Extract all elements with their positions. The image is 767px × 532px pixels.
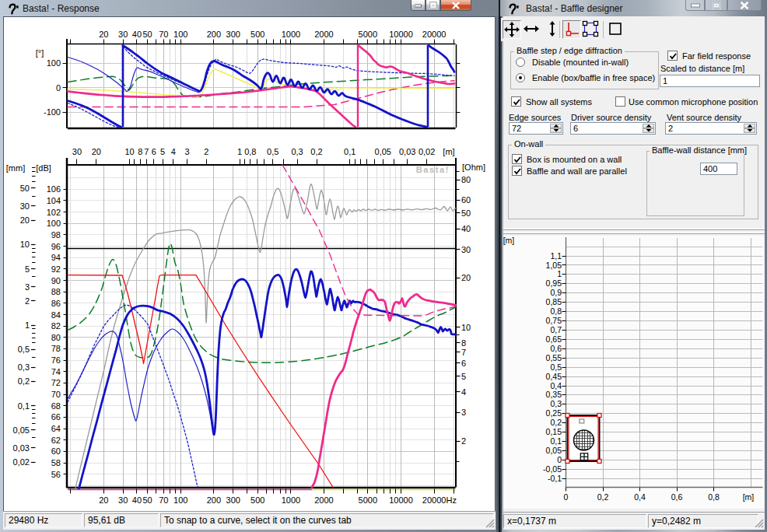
svg-text:98: 98 (51, 230, 61, 240)
svg-text:84: 84 (51, 310, 61, 320)
svg-text:104: 104 (47, 196, 61, 205)
svg-text:10: 10 (124, 147, 134, 156)
svg-text:86: 86 (51, 299, 61, 308)
svg-text:0,02: 0,02 (419, 147, 435, 156)
svg-text:1: 1 (25, 320, 30, 330)
svg-text:2: 2 (204, 147, 208, 156)
svg-text:0,8: 0,8 (244, 147, 256, 156)
svg-text:-0,1: -0,1 (548, 474, 562, 483)
svg-text:100: 100 (173, 30, 187, 39)
svg-text:3: 3 (461, 408, 466, 417)
svg-text:40: 40 (132, 30, 142, 39)
svg-text:4: 4 (171, 147, 176, 156)
svg-text:62: 62 (51, 436, 61, 445)
svg-text:100: 100 (47, 58, 61, 68)
svg-text:0,1: 0,1 (18, 401, 30, 411)
svg-text:2: 2 (461, 436, 466, 446)
svg-text:90: 90 (51, 276, 61, 285)
svg-text:82: 82 (51, 321, 61, 331)
svg-text:0,03: 0,03 (399, 147, 415, 156)
svg-text:0,2: 0,2 (550, 418, 562, 427)
svg-text:0,65: 0,65 (546, 334, 562, 344)
svg-text:0,5: 0,5 (267, 147, 278, 156)
svg-text:50: 50 (142, 495, 152, 505)
svg-text:0,4: 0,4 (550, 381, 562, 390)
svg-text:30: 30 (118, 30, 128, 39)
svg-text:20: 20 (20, 215, 30, 225)
svg-text:72: 72 (51, 378, 61, 387)
svg-text:100: 100 (47, 219, 61, 228)
svg-text:50: 50 (142, 30, 152, 39)
svg-text:0,05: 0,05 (375, 147, 391, 156)
svg-text:100: 100 (173, 495, 187, 505)
svg-text:1: 1 (237, 147, 242, 156)
svg-text:0,6: 0,6 (671, 492, 683, 502)
svg-text:30: 30 (72, 147, 82, 156)
svg-text:5: 5 (25, 264, 30, 274)
svg-text:0,8: 0,8 (708, 492, 720, 502)
svg-text:0,5: 0,5 (18, 345, 30, 354)
svg-text:94: 94 (51, 253, 61, 262)
svg-text:0,03: 0,03 (13, 443, 30, 453)
svg-text:500: 500 (250, 495, 264, 505)
svg-text:200: 200 (207, 30, 221, 39)
svg-text:[m]: [m] (503, 236, 515, 245)
svg-text:5000: 5000 (359, 495, 377, 505)
svg-text:Hz: Hz (447, 495, 457, 505)
svg-text:0,05: 0,05 (13, 425, 30, 435)
svg-text:10: 10 (461, 323, 471, 332)
svg-text:[m]: [m] (443, 147, 454, 156)
svg-text:10000: 10000 (389, 495, 413, 505)
svg-text:0,35: 0,35 (546, 390, 562, 399)
svg-text:10000: 10000 (389, 30, 413, 39)
svg-text:0: 0 (56, 83, 61, 93)
svg-text:40: 40 (461, 224, 471, 233)
svg-text:10: 10 (20, 240, 30, 249)
svg-text:1,1: 1,1 (550, 251, 562, 261)
svg-text:70: 70 (51, 390, 61, 399)
svg-text:80: 80 (461, 175, 471, 184)
svg-text:0,05: 0,05 (546, 446, 562, 455)
svg-text:[m]: [m] (743, 492, 755, 502)
svg-text:Basta!: Basta! (416, 165, 450, 174)
svg-text:40: 40 (132, 495, 142, 505)
svg-text:2000: 2000 (314, 495, 333, 505)
svg-text:8: 8 (461, 338, 466, 348)
svg-text:96: 96 (51, 242, 61, 251)
svg-text:0,1: 0,1 (550, 436, 562, 446)
svg-text:106: 106 (47, 184, 61, 194)
svg-text:2: 2 (25, 296, 30, 306)
svg-text:0,75: 0,75 (546, 316, 562, 325)
svg-text:60: 60 (51, 446, 61, 456)
svg-text:0,4: 0,4 (634, 492, 646, 502)
svg-text:20: 20 (461, 273, 471, 282)
svg-text:-0,05: -0,05 (543, 464, 562, 474)
svg-text:500: 500 (250, 30, 264, 39)
svg-text:1000: 1000 (282, 30, 300, 39)
svg-text:1000: 1000 (282, 495, 300, 505)
svg-text:0,15: 0,15 (546, 427, 562, 436)
svg-text:0,2: 0,2 (18, 376, 30, 386)
svg-text:0,2: 0,2 (597, 492, 609, 502)
svg-text:20000: 20000 (422, 495, 447, 505)
svg-text:0,3: 0,3 (18, 362, 30, 372)
svg-text:1: 1 (557, 269, 562, 278)
svg-text:20: 20 (99, 495, 108, 505)
svg-text:70: 70 (159, 30, 168, 39)
svg-text:5: 5 (160, 147, 165, 156)
svg-text:60: 60 (461, 195, 471, 205)
svg-text:20000: 20000 (422, 30, 447, 39)
svg-text:30: 30 (118, 495, 128, 505)
svg-text:300: 300 (226, 495, 240, 505)
svg-text:[dB]: [dB] (36, 163, 51, 173)
svg-text:200: 200 (207, 495, 221, 505)
svg-text:80: 80 (51, 333, 61, 342)
svg-text:102: 102 (47, 208, 61, 217)
svg-text:0,55: 0,55 (546, 353, 562, 362)
svg-text:66: 66 (51, 412, 61, 422)
svg-text:0: 0 (557, 455, 562, 464)
svg-text:0,95: 0,95 (546, 278, 562, 288)
svg-text:4: 4 (461, 387, 466, 397)
svg-text:0,45: 0,45 (546, 372, 562, 381)
svg-text:68: 68 (51, 401, 61, 411)
